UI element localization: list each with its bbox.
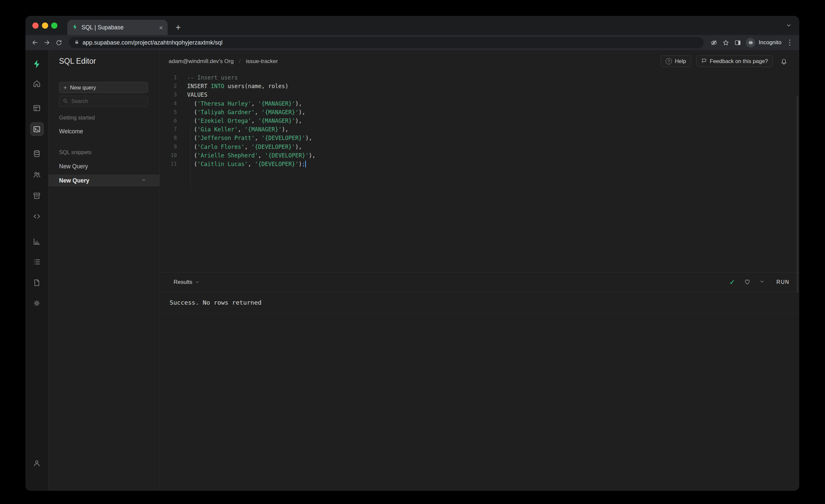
supabase-app: SQL Editor + New query Getting started W… bbox=[25, 50, 799, 491]
search-input[interactable] bbox=[59, 96, 148, 106]
code-line[interactable]: 3VALUES bbox=[160, 90, 799, 99]
results-toolbar: Results ✓ RUN bbox=[160, 272, 799, 292]
help-button[interactable]: ? Help bbox=[661, 56, 691, 67]
table-editor-icon[interactable] bbox=[30, 101, 44, 115]
line-number: 7 bbox=[160, 125, 177, 134]
browser-window: SQL | Supabase × + app.supabase.com/proj… bbox=[25, 16, 799, 491]
code-line[interactable]: 6 ('Ezekiel Ortega', '{MANAGER}'), bbox=[160, 117, 799, 125]
window-minimize-button[interactable] bbox=[42, 22, 48, 29]
incognito-badge[interactable]: Incognito bbox=[746, 38, 781, 48]
sql-snippets-section-label: SQL snippets bbox=[59, 149, 91, 155]
tab-search-chevron-icon[interactable] bbox=[786, 22, 792, 30]
sidebar-item-new-query-1[interactable]: New Query bbox=[59, 163, 88, 170]
sidebar-title: SQL Editor bbox=[59, 57, 96, 66]
eye-off-icon[interactable] bbox=[709, 38, 719, 48]
reports-icon[interactable] bbox=[30, 235, 44, 248]
editor-scrollbar[interactable] bbox=[797, 96, 798, 292]
new-tab-button[interactable]: + bbox=[172, 22, 184, 33]
home-icon[interactable] bbox=[30, 77, 44, 90]
getting-started-section-label: Getting started bbox=[59, 115, 95, 121]
incognito-spy-icon bbox=[746, 38, 755, 48]
nav-icon-rail bbox=[25, 50, 49, 491]
project-settings-icon[interactable] bbox=[30, 296, 44, 309]
main-panel: adam@windmill.dev's Org / issue-tracker … bbox=[160, 50, 799, 491]
code-line[interactable]: 5 ('Taliyah Gardner', '{MANAGER}'), bbox=[160, 108, 799, 117]
url-text[interactable]: app.supabase.com/project/azahtnhqohyjerz… bbox=[82, 39, 222, 46]
line-number: 10 bbox=[160, 151, 177, 160]
code-line[interactable]: 1-- Insert users bbox=[160, 73, 799, 82]
line-number: 11 bbox=[160, 160, 177, 168]
code-line[interactable]: 4 ('Theresa Hurley', '{MANAGER}'), bbox=[160, 99, 799, 108]
header-actions: ? Help Feedback on this page? bbox=[661, 56, 790, 67]
result-message: Success. No rows returned bbox=[170, 299, 261, 306]
supabase-logo-icon[interactable] bbox=[30, 57, 44, 71]
sql-editor-sidebar: SQL Editor + New query Getting started W… bbox=[49, 50, 160, 491]
selected-query-label: New Query bbox=[59, 177, 89, 184]
code-editor-lines: 1-- Insert users2INSERT INTO users(name,… bbox=[160, 73, 799, 168]
run-options-chevron-icon[interactable] bbox=[759, 279, 765, 286]
new-query-button-label: New query bbox=[70, 84, 96, 91]
supabase-favicon-icon bbox=[72, 24, 78, 31]
tab-title: SQL | Supabase bbox=[81, 24, 156, 31]
edge-functions-icon[interactable] bbox=[30, 210, 44, 223]
help-question-icon: ? bbox=[666, 58, 672, 64]
code-line[interactable]: 11 ('Caitlin Lucas', '{DEVELOPER}'); bbox=[160, 160, 799, 168]
reload-button[interactable] bbox=[54, 38, 64, 48]
results-dropdown[interactable]: Results bbox=[173, 279, 200, 286]
tab-strip: SQL | Supabase × + bbox=[25, 16, 799, 35]
sql-editor-icon[interactable] bbox=[30, 123, 44, 136]
help-button-label: Help bbox=[675, 58, 686, 64]
results-chevron-icon bbox=[195, 280, 200, 285]
code-line[interactable]: 2INSERT INTO users(name, roles) bbox=[160, 82, 799, 90]
breadcrumb-project[interactable]: issue-tracker bbox=[246, 58, 278, 65]
breadcrumb-org[interactable]: adam@windmill.dev's Org bbox=[169, 58, 234, 65]
storage-icon[interactable] bbox=[30, 189, 44, 202]
api-docs-icon[interactable] bbox=[30, 276, 44, 289]
line-number: 6 bbox=[160, 117, 177, 125]
window-close-button[interactable] bbox=[32, 22, 39, 29]
back-button[interactable] bbox=[30, 38, 40, 48]
address-bar[interactable]: app.supabase.com/project/azahtnhqohyjerz… bbox=[69, 37, 703, 48]
sidebar-item-welcome[interactable]: Welcome bbox=[59, 128, 83, 135]
chevron-down-icon[interactable] bbox=[141, 177, 146, 184]
logs-icon[interactable] bbox=[30, 255, 44, 268]
feedback-button[interactable]: Feedback on this page? bbox=[696, 56, 773, 67]
sidebar-item-new-query-2-selected[interactable]: New Query bbox=[49, 174, 159, 187]
code-line[interactable]: 8 ('Jefferson Pratt', '{DEVELOPER}'), bbox=[160, 134, 799, 142]
search-icon bbox=[62, 98, 68, 105]
window-zoom-button[interactable] bbox=[51, 22, 57, 29]
new-query-button[interactable]: + New query bbox=[59, 82, 148, 93]
code-line[interactable]: 9 ('Carlo Flores', '{DEVELOPER}'), bbox=[160, 143, 799, 151]
line-number: 9 bbox=[160, 143, 177, 151]
feedback-button-label: Feedback on this page? bbox=[710, 58, 768, 64]
side-panel-icon[interactable] bbox=[733, 38, 743, 48]
indent-guide bbox=[191, 121, 191, 191]
account-icon[interactable] bbox=[30, 456, 44, 470]
database-icon[interactable] bbox=[30, 147, 44, 160]
results-label: Results bbox=[173, 279, 193, 286]
browser-tab[interactable]: SQL | Supabase × bbox=[67, 20, 168, 35]
forward-button[interactable] bbox=[42, 38, 52, 48]
query-result-output: Success. No rows returned bbox=[160, 292, 799, 313]
browser-menu-icon[interactable]: ⋮ bbox=[785, 38, 795, 48]
authentication-icon[interactable] bbox=[30, 168, 44, 181]
breadcrumb-separator: / bbox=[239, 58, 241, 65]
breadcrumb-bar: adam@windmill.dev's Org / issue-tracker … bbox=[160, 50, 799, 72]
success-check-icon: ✓ bbox=[729, 278, 735, 286]
code-line[interactable]: 10 ('Arielle Shepherd', '{DEVELOPER}'), bbox=[160, 151, 799, 160]
line-number: 3 bbox=[160, 90, 177, 99]
results-actions: ✓ RUN bbox=[729, 278, 790, 286]
incognito-label: Incognito bbox=[759, 39, 781, 46]
search-box bbox=[59, 96, 148, 106]
favorite-heart-icon[interactable] bbox=[744, 278, 751, 286]
line-number: 1 bbox=[160, 73, 177, 82]
run-button[interactable]: RUN bbox=[773, 279, 790, 285]
sql-code-editor[interactable]: 1-- Insert users2INSERT INTO users(name,… bbox=[160, 72, 799, 272]
tab-close-icon[interactable]: × bbox=[159, 24, 163, 31]
browser-toolbar: app.supabase.com/project/azahtnhqohyjerz… bbox=[25, 35, 799, 50]
code-line[interactable]: 7 ('Gia Keller', '{MANAGER}'), bbox=[160, 125, 799, 134]
https-lock-icon[interactable] bbox=[74, 40, 79, 46]
line-number: 4 bbox=[160, 99, 177, 108]
notifications-bell-icon[interactable] bbox=[778, 56, 790, 67]
bookmark-star-icon[interactable] bbox=[721, 38, 731, 48]
